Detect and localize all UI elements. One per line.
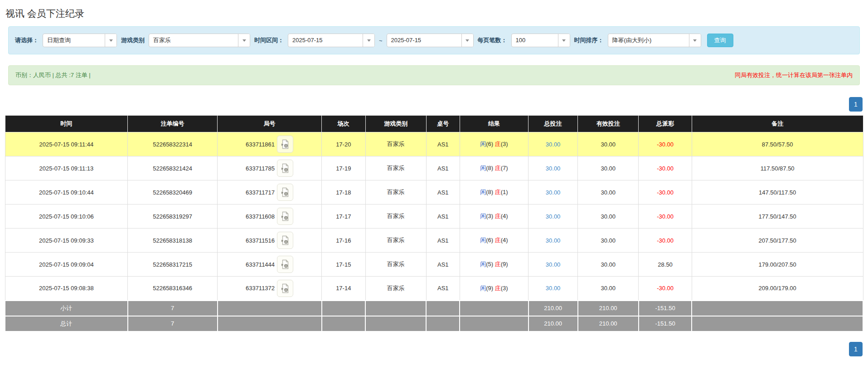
result-player-score: (6) [486, 141, 493, 147]
cell-result: 闲(6) 庄(3) [460, 132, 528, 156]
cell-total-bet-link[interactable]: 30.00 [529, 180, 578, 204]
video-file-icon [281, 235, 290, 245]
subtotal-total-bet: 210.00 [529, 301, 578, 316]
cell-round-id: 633711608 [218, 204, 322, 229]
chevron-down-icon[interactable] [558, 34, 570, 47]
result-player: 闲 [480, 285, 486, 292]
result-banker: 庄 [495, 165, 501, 171]
cell-total-bet-link[interactable]: 30.00 [529, 253, 578, 277]
bet-records-table-wrap: 时间 注单编号 局号 场次 游戏类别 桌号 结果 总投注 有效投注 总派彩 备注… [5, 115, 863, 332]
cell-round-id: 633711717 [218, 180, 322, 204]
cell-round-id: 633711372 [218, 277, 322, 301]
date-from-select[interactable]: 2025-07-15 [288, 34, 375, 47]
search-button[interactable]: 查询 [707, 34, 733, 47]
result-player-score: (8) [486, 189, 493, 195]
result-banker: 庄 [495, 141, 501, 147]
query-type-select[interactable]: 日期查询 [43, 34, 117, 47]
table-row: 2025-07-15 09:09:33 522658318138 6337115… [5, 229, 863, 253]
cell-time: 2025-07-15 09:09:33 [5, 229, 128, 253]
cell-time: 2025-07-15 09:10:44 [5, 180, 128, 204]
cell-bet-id: 522658317215 [128, 253, 218, 277]
pagination-bottom: 1 [0, 342, 868, 356]
cell-result: 闲(9) 庄(3) [460, 277, 528, 301]
result-player-score: (8) [486, 165, 493, 171]
cell-game-type: 百家乐 [365, 204, 426, 229]
time-sort-select[interactable]: 降幂(由大到小) [608, 34, 701, 47]
cell-result: 闲(5) 庄(9) [460, 253, 528, 277]
pagination-top: 1 [0, 97, 868, 112]
cell-payout: -30.00 [639, 277, 692, 301]
time-range-label: 时间区间： [254, 36, 284, 44]
date-range-tilde: ~ [379, 37, 383, 44]
cell-game-type: 百家乐 [365, 180, 426, 204]
query-type-value: 日期查询 [43, 34, 105, 47]
cell-remark: 179.00/207.50 [692, 253, 863, 277]
cell-bet-id: 522658321424 [128, 156, 218, 180]
summary-bar: 币别：人民币 | 总共 :7 注单 | 同局有效投注，统一计算在该局第一张注单内 [8, 65, 860, 85]
cell-game-type: 百家乐 [365, 132, 426, 156]
video-file-icon [281, 259, 290, 269]
table-header-row: 时间 注单编号 局号 场次 游戏类别 桌号 结果 总投注 有效投注 总派彩 备注 [5, 116, 863, 132]
cell-session: 17-20 [322, 132, 366, 156]
grand-total-valid-bet: 210.00 [578, 316, 639, 331]
result-player: 闲 [480, 189, 486, 195]
header-payout: 总派彩 [639, 116, 692, 132]
subtotal-count: 7 [128, 301, 218, 316]
cell-bet-id: 522658316346 [128, 277, 218, 301]
date-to-select[interactable]: 2025-07-15 [387, 34, 474, 47]
chevron-down-icon[interactable] [238, 34, 250, 47]
cell-total-bet-link[interactable]: 30.00 [529, 204, 578, 229]
cell-table-no: AS1 [426, 229, 460, 253]
round-id-text: 633711444 [246, 261, 275, 268]
result-banker-score: (9) [501, 261, 508, 268]
video-file-icon [281, 139, 290, 149]
cell-total-bet-link[interactable]: 30.00 [529, 229, 578, 253]
round-id-text: 633711861 [246, 141, 275, 148]
video-replay-button[interactable] [277, 232, 293, 249]
video-replay-button[interactable] [277, 184, 293, 201]
subtotal-label: 小计 [5, 301, 128, 316]
header-time: 时间 [5, 116, 128, 132]
result-banker-score: (1) [501, 189, 508, 195]
video-replay-button[interactable] [277, 136, 293, 153]
cell-session: 17-14 [322, 277, 366, 301]
video-file-icon [281, 187, 290, 197]
chevron-down-icon[interactable] [105, 34, 116, 47]
table-row: 2025-07-15 09:11:44 522658322314 6337118… [5, 132, 863, 156]
page-1-button[interactable]: 1 [849, 342, 863, 356]
round-id-text: 633711785 [246, 165, 275, 172]
chevron-down-icon[interactable] [689, 34, 701, 47]
cell-session: 17-17 [322, 204, 366, 229]
select-type-label: 请选择： [15, 36, 39, 44]
grand-total-count: 7 [128, 316, 218, 331]
chevron-down-icon[interactable] [461, 34, 473, 47]
page-1-button[interactable]: 1 [849, 97, 863, 112]
video-replay-button[interactable] [277, 280, 293, 297]
page-title: 视讯 会员下注纪录 [0, 0, 868, 25]
chevron-down-icon[interactable] [363, 34, 374, 47]
result-player: 闲 [480, 261, 486, 268]
per-page-select[interactable]: 100 [511, 34, 570, 47]
video-replay-button[interactable] [277, 208, 293, 225]
header-round-id: 局号 [218, 116, 322, 132]
cell-time: 2025-07-15 09:10:06 [5, 204, 128, 229]
cell-total-bet-link[interactable]: 30.00 [529, 132, 578, 156]
header-valid-bet: 有效投注 [578, 116, 639, 132]
cell-valid-bet: 30.00 [578, 180, 639, 204]
cell-total-bet-link[interactable]: 30.00 [529, 156, 578, 180]
game-type-select[interactable]: 百家乐 [149, 34, 250, 47]
cell-total-bet-link[interactable]: 30.00 [529, 277, 578, 301]
cell-payout: -30.00 [639, 180, 692, 204]
result-banker-score: (3) [501, 285, 508, 292]
time-sort-value: 降幂(由大到小) [608, 34, 689, 47]
video-replay-button[interactable] [277, 160, 293, 177]
cell-session: 17-15 [322, 253, 366, 277]
subtotal-valid-bet: 210.00 [578, 301, 639, 316]
cell-time: 2025-07-15 09:11:44 [5, 132, 128, 156]
cell-remark: 177.50/147.50 [692, 204, 863, 229]
cell-session: 17-16 [322, 229, 366, 253]
cell-remark: 147.50/117.50 [692, 180, 863, 204]
cell-table-no: AS1 [426, 277, 460, 301]
video-replay-button[interactable] [277, 256, 293, 273]
table-row: 2025-07-15 09:10:06 522658319297 6337116… [5, 204, 863, 229]
